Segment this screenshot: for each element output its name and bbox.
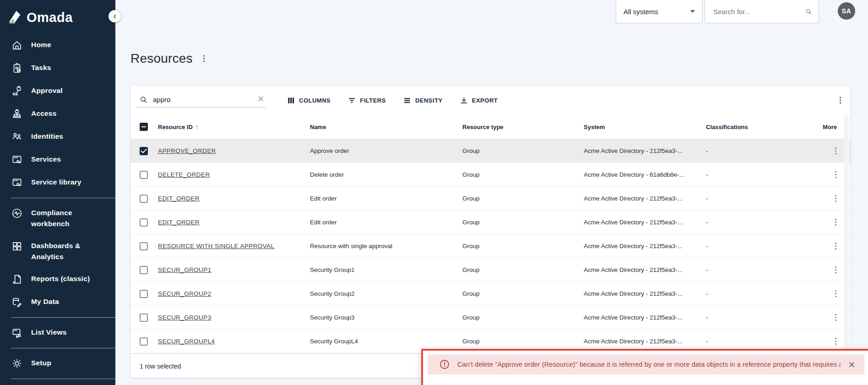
sidebar-item-home[interactable]: Home (0, 34, 115, 57)
sidebar-item-approval[interactable]: Approval (0, 80, 115, 103)
cell-classifications: - (706, 266, 817, 273)
select-all-checkbox[interactable] (140, 123, 148, 131)
omada-logo-icon (6, 9, 23, 26)
columns-button[interactable]: COLUMNS (287, 97, 331, 104)
avatar[interactable]: SA (838, 2, 855, 20)
sidebar-collapse-button[interactable] (108, 10, 121, 22)
row-menu-icon[interactable] (834, 336, 838, 347)
sidebar-item-reports-classic[interactable]: Reports (classic) (0, 268, 115, 291)
row-menu-icon[interactable] (834, 313, 838, 323)
compliance-workbench-icon (11, 207, 23, 219)
row-menu-icon[interactable] (834, 146, 838, 156)
column-header-resource-id[interactable]: Resource ID↑ (158, 123, 310, 130)
row-checkbox[interactable] (140, 242, 148, 250)
sidebar-item-service-library[interactable]: Service library (0, 171, 115, 194)
table-row[interactable]: APPROVE_ORDERApprove orderGroupAcme Acti… (130, 139, 851, 163)
filters-button[interactable]: FILTERS (348, 97, 386, 104)
cell-name: Security Group2 (310, 290, 462, 297)
table-row[interactable]: EDIT_ORDEREdit orderGroupAcme Active Dir… (130, 187, 851, 211)
resource-id-link[interactable]: SECUR_GROUP3 (158, 314, 212, 321)
sidebar-item-access[interactable]: Access (0, 103, 115, 125)
resource-id-link[interactable]: SECUR_GROUP1 (158, 266, 212, 273)
system-filter-select[interactable]: All systems (616, 0, 703, 23)
table-row[interactable]: RESOURCE WITH SINGLE APPROVALResource wi… (130, 234, 851, 258)
sidebar-item-setup[interactable]: Setup (0, 352, 115, 375)
row-menu-icon[interactable] (834, 241, 838, 251)
table-row[interactable]: DELETE_ORDERDelete orderGroupAcme Active… (130, 163, 851, 187)
page-title-menu-icon[interactable] (202, 54, 206, 64)
error-icon (439, 359, 450, 369)
sidebar-item-dashboards-analytics[interactable]: Dashboards & Analytics (0, 235, 115, 268)
row-checkbox[interactable] (140, 218, 148, 227)
table-row[interactable]: SECUR_GROUP1Security Group1GroupAcme Act… (130, 258, 851, 282)
sidebar-item-my-data[interactable]: My Data (0, 291, 115, 314)
row-menu-icon[interactable] (834, 265, 838, 275)
column-header-name[interactable]: Name (310, 124, 462, 130)
column-header-label: System (584, 124, 605, 130)
sidebar-item-label: Tasks (31, 62, 51, 73)
table-row[interactable]: SECUR_GROUP3Security Group3GroupAcme Act… (130, 306, 851, 330)
global-search-input[interactable] (712, 7, 805, 16)
toast-close-icon[interactable] (848, 361, 855, 368)
resources-card: COLUMNSFILTERSDENSITYEXPORT Resource ID↑… (130, 86, 851, 378)
cell-resource-type: Group (462, 219, 584, 226)
row-menu-icon[interactable] (834, 194, 838, 204)
table-row[interactable]: EDIT_ORDEREdit orderGroupAcme Active Dir… (130, 211, 851, 234)
export-button[interactable]: EXPORT (460, 97, 498, 104)
sidebar-item-label: Identities (31, 131, 63, 142)
row-menu-icon[interactable] (834, 170, 838, 180)
row-checkbox[interactable] (140, 171, 148, 179)
resource-id-link[interactable]: DELETE_ORDER (158, 171, 210, 178)
sidebar-item-list-views[interactable]: List Views (0, 321, 115, 344)
resource-id-link[interactable]: SECUR_GROUP2 (158, 290, 212, 297)
button-label: COLUMNS (299, 97, 331, 104)
row-checkbox[interactable] (140, 337, 148, 346)
table-row[interactable]: SECUR_GROUP2Security Group2GroupAcme Act… (130, 282, 851, 306)
column-header-resource-type[interactable]: Resource type (462, 124, 584, 130)
cell-resource-id: RESOURCE WITH SINGLE APPROVAL (158, 243, 310, 249)
cell-system: Acme Active Directory - 212f5ea3-... (584, 314, 706, 321)
table-body: APPROVE_ORDERApprove orderGroupAcme Acti… (130, 139, 851, 353)
column-header-system[interactable]: System (584, 124, 706, 130)
row-menu-icon[interactable] (834, 217, 838, 228)
density-icon (403, 97, 411, 104)
sidebar-item-tasks[interactable]: Tasks (0, 57, 115, 80)
scrollbar[interactable] (844, 116, 849, 376)
resource-id-link[interactable]: EDIT_ORDER (158, 195, 200, 202)
error-toast: Can't delete "Approve order (Resource)" … (428, 354, 864, 374)
row-checkbox[interactable] (140, 290, 148, 298)
cell-classifications: - (706, 219, 817, 226)
toolbar-buttons: COLUMNSFILTERSDENSITYEXPORT (287, 97, 515, 104)
resource-id-link[interactable]: APPROVE_ORDER (158, 147, 216, 154)
sidebar-item-label: Access (31, 108, 57, 119)
sidebar-item-label: Services (31, 154, 61, 165)
sidebar-item-services[interactable]: Services (0, 148, 115, 171)
cell-resource-id: DELETE_ORDER (158, 171, 310, 178)
column-header-label: Resource type (462, 124, 504, 130)
sidebar-item-identities[interactable]: Identities (0, 125, 115, 148)
resource-id-link[interactable]: EDIT_ORDER (158, 219, 200, 226)
resource-id-link[interactable]: RESOURCE WITH SINGLE APPROVAL (158, 243, 274, 249)
brand-logo[interactable]: Omada (0, 0, 115, 28)
row-checkbox[interactable] (140, 266, 148, 274)
cell-name: Edit order (310, 195, 462, 202)
cell-system: Acme Active Directory - 61a6db8e-... (584, 171, 706, 178)
table-menu-icon[interactable] (838, 95, 843, 105)
row-checkbox[interactable] (140, 195, 148, 203)
sidebar-item-omada-academy[interactable]: Omada Academy (0, 383, 115, 385)
resource-id-link[interactable]: SECUR_GROUPL4 (158, 338, 215, 345)
avatar-initials: SA (841, 7, 851, 15)
sidebar-item-label: Dashboards & Analytics (31, 240, 100, 262)
row-checkbox[interactable] (140, 314, 148, 322)
cell-name: Edit order (310, 219, 462, 226)
table-search-input[interactable] (152, 95, 253, 104)
column-header-classifications[interactable]: Classifications (706, 124, 817, 130)
row-menu-icon[interactable] (834, 289, 838, 299)
sidebar-divider (11, 348, 115, 348)
global-search (705, 0, 819, 23)
clear-search-icon[interactable] (257, 95, 264, 104)
sidebar-item-compliance-workbench[interactable]: Compliance workbench (0, 202, 115, 235)
density-button[interactable]: DENSITY (403, 97, 443, 104)
row-checkbox[interactable] (140, 147, 148, 155)
services-icon (11, 154, 23, 166)
